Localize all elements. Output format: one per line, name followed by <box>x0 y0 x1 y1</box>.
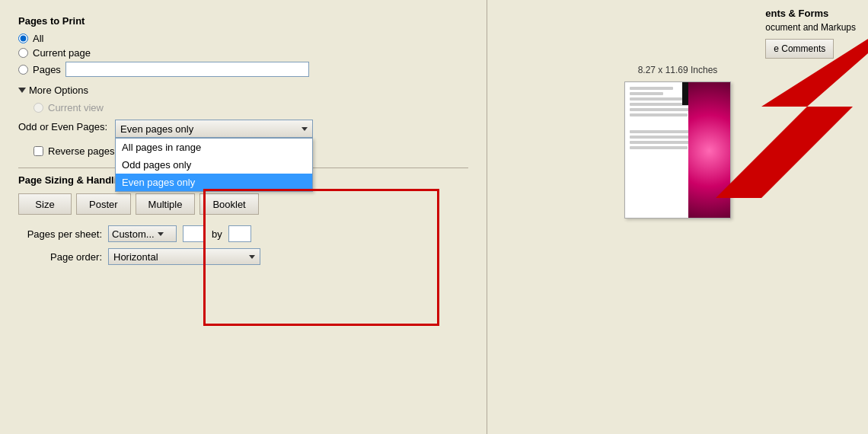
preview-image <box>688 82 730 219</box>
radio-pages-label: Pages <box>33 64 61 75</box>
radio-all-input[interactable] <box>18 34 28 43</box>
radio-pages-input[interactable] <box>18 65 28 75</box>
page-order-label: Page order: <box>18 251 102 263</box>
page-order-dropdown[interactable]: Horizontal <box>108 248 260 265</box>
pages-per-sheet-val2[interactable]: 2 <box>228 225 251 242</box>
preview-line-10 <box>630 146 688 149</box>
pages-per-sheet-row: Pages per sheet: Custom... 2 by 2 <box>18 225 468 242</box>
radio-all-item[interactable]: All <box>18 33 468 44</box>
more-options-label: More Options <box>29 85 88 96</box>
dropdown-option-odd[interactable]: Odd pages only <box>116 156 312 174</box>
pages-text-input[interactable]: 1 - 4 <box>65 62 309 77</box>
size-button[interactable]: Size <box>18 193 72 215</box>
radio-current-page-item[interactable]: Current page <box>18 47 468 59</box>
dropdown-option-all[interactable]: All pages in range <box>116 139 312 156</box>
odd-even-label: Odd or Even Pages: <box>18 120 107 132</box>
right-panel: ents & Forms ocument and Markups e Comme… <box>487 0 868 434</box>
comments-forms-section: ents & Forms ocument and Markups e Comme… <box>765 8 856 59</box>
current-view-item: Current view <box>34 102 468 113</box>
multiple-button[interactable]: Multiple <box>136 193 196 215</box>
odd-even-dropdown-selected[interactable]: Even pages only <box>115 120 313 138</box>
triangle-down-icon <box>18 88 26 93</box>
page-order-arrow <box>249 255 255 259</box>
preview-line-6 <box>630 113 688 116</box>
booklet-button[interactable]: Booklet <box>199 193 258 215</box>
page-preview <box>624 81 731 219</box>
pages-per-sheet-val1[interactable]: 2 <box>183 225 206 242</box>
preview-line-3 <box>630 97 682 101</box>
page-order-value: Horizontal <box>113 251 158 263</box>
right-top-row: ents & Forms ocument and Markups e Comme… <box>499 8 856 59</box>
reverse-pages-checkbox[interactable] <box>34 146 43 156</box>
reverse-pages-label: Reverse pages <box>48 145 114 157</box>
current-view-label: Current view <box>48 102 104 113</box>
poster-button[interactable]: Poster <box>76 193 131 215</box>
preview-area: 8.27 x 11.69 Inches <box>499 65 856 219</box>
dropdown-arrow-icon <box>302 127 308 131</box>
radio-all-label: All <box>33 33 43 44</box>
document-markups-option: ocument and Markups <box>765 22 856 33</box>
preview-line-1 <box>630 87 673 90</box>
radio-pages-item: Pages 1 - 4 <box>18 62 468 77</box>
main-container: Pages to Print All Current page Pages 1 … <box>0 0 868 434</box>
dropdown-option-even[interactable]: Even pages only <box>116 174 312 191</box>
odd-even-dropdown-list: All pages in range Odd pages only Even p… <box>115 138 313 192</box>
preview-line-2 <box>630 92 663 95</box>
pages-to-print-header: Pages to Print <box>18 15 468 27</box>
by-label: by <box>212 228 222 240</box>
pages-per-sheet-label: Pages per sheet: <box>18 228 102 240</box>
left-panel: Pages to Print All Current page Pages 1 … <box>0 0 487 434</box>
custom-dropdown-arrow <box>158 232 164 236</box>
page-sizing-buttons-row: Size Poster Multiple Booklet <box>18 193 468 215</box>
preview-black-bar <box>682 82 688 105</box>
radio-current-page-input[interactable] <box>18 48 28 58</box>
preview-dimensions: 8.27 x 11.69 Inches <box>638 65 718 75</box>
page-order-row: Page order: Horizontal <box>18 248 468 265</box>
radio-current-page-label: Current page <box>33 47 91 59</box>
comments-button[interactable]: e Comments <box>765 39 834 59</box>
comments-forms-title: ents & Forms <box>765 8 856 19</box>
custom-dropdown[interactable]: Custom... <box>108 225 177 242</box>
odd-even-row: Odd or Even Pages: Even pages only All p… <box>18 120 468 138</box>
odd-even-selected-text: Even pages only <box>120 123 193 135</box>
current-view-radio <box>34 103 43 113</box>
more-options-toggle[interactable]: More Options <box>18 85 468 96</box>
pages-radio-group: All Current page Pages 1 - 4 <box>18 33 468 77</box>
custom-label: Custom... <box>112 228 155 240</box>
odd-even-dropdown-wrapper: Even pages only All pages in range Odd p… <box>115 120 313 138</box>
